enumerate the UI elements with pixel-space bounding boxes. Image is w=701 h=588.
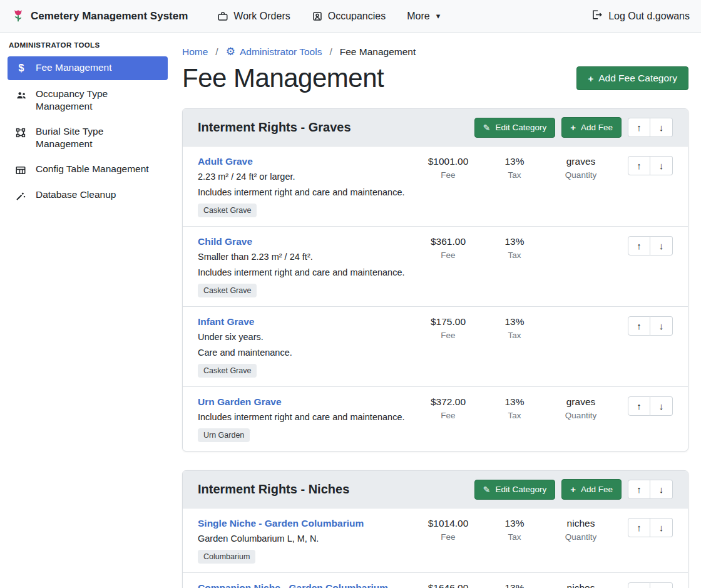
work-orders-icon bbox=[217, 11, 228, 22]
fee-amount: $1646.00 bbox=[415, 582, 481, 588]
table-icon bbox=[15, 163, 28, 176]
fee-amount-cell: $1646.00 Fee bbox=[415, 582, 481, 588]
fee-name-link[interactable]: Urn Garden Grave bbox=[198, 396, 282, 408]
fee-tax-label: Tax bbox=[481, 170, 548, 180]
fee-tax-cell: 13% Tax bbox=[481, 518, 548, 542]
sidebar-item-occupancy-type-management[interactable]: Occupancy Type Management bbox=[8, 83, 168, 118]
fee-quantity-label: Quantity bbox=[548, 170, 614, 180]
nav-occupancies[interactable]: Occupancies bbox=[312, 11, 386, 22]
fee-name-link[interactable]: Child Grave bbox=[198, 236, 252, 247]
category-move-up-button[interactable]: ↑ bbox=[628, 480, 650, 499]
fee-move-down-button[interactable]: ↓ bbox=[650, 156, 673, 175]
fee-move-down-button[interactable]: ↓ bbox=[650, 518, 673, 537]
fee-move-up-button[interactable]: ↑ bbox=[628, 156, 650, 175]
fee-quantity-label: Quantity bbox=[548, 532, 614, 542]
sidebar-item-database-cleanup[interactable]: Database Cleanup bbox=[8, 183, 168, 207]
arrow-down-icon: ↓ bbox=[659, 160, 664, 171]
pencil-icon: ✎ bbox=[483, 123, 491, 133]
sidebar-item-label: Occupancy Type Management bbox=[36, 88, 160, 113]
fee-tax-label: Tax bbox=[481, 532, 548, 542]
fee-tax-label: Tax bbox=[481, 331, 548, 340]
edit-category-button[interactable]: ✎ Edit Category bbox=[474, 480, 556, 500]
fee-quantity-unit: graves bbox=[548, 396, 614, 408]
chevron-down-icon: ▾ bbox=[436, 11, 441, 21]
fee-description: Includes interment right and care and ma… bbox=[198, 267, 410, 277]
breadcrumb-home-link[interactable]: Home bbox=[182, 46, 208, 58]
fee-tag: Casket Grave bbox=[198, 364, 257, 378]
sidebar-item-label: Config Table Management bbox=[36, 163, 149, 175]
breadcrumb-separator: / bbox=[329, 46, 332, 58]
add-fee-button[interactable]: + Add Fee bbox=[561, 117, 622, 138]
edit-category-label: Edit Category bbox=[495, 485, 546, 494]
arrow-up-icon: ↑ bbox=[637, 240, 642, 251]
tulip-logo-icon bbox=[11, 9, 25, 24]
arrow-down-icon: ↓ bbox=[659, 522, 664, 533]
category-card-graves: Interment Rights - Graves ✎ Edit Categor… bbox=[182, 108, 688, 451]
fee-move-up-button[interactable]: ↑ bbox=[628, 582, 650, 588]
add-fee-category-button[interactable]: + Add Fee Category bbox=[576, 66, 688, 90]
category-move-down-button[interactable]: ↓ bbox=[650, 118, 673, 137]
fee-quantity-unit: niches bbox=[548, 582, 614, 588]
breadcrumb-admin-tools-link[interactable]: ⚙ Administrator Tools bbox=[226, 45, 322, 58]
sidebar-item-fee-management[interactable]: $ Fee Management bbox=[8, 56, 168, 80]
fee-row: Infant Grave Under six years. Care and m… bbox=[183, 306, 688, 386]
fee-name-link[interactable]: Single Niche - Garden Columbarium bbox=[198, 518, 364, 529]
logout-button[interactable]: Log Out d.gowans bbox=[591, 9, 690, 23]
add-fee-button[interactable]: + Add Fee bbox=[561, 479, 622, 500]
fee-move-down-button[interactable]: ↓ bbox=[650, 396, 673, 416]
arrow-down-icon: ↓ bbox=[659, 240, 664, 251]
fee-tag: Casket Grave bbox=[198, 284, 257, 297]
fee-move-down-button[interactable]: ↓ bbox=[650, 582, 673, 588]
nav-more-dropdown[interactable]: More ▾ bbox=[407, 11, 440, 22]
sidebar-item-burial-site-type-management[interactable]: Burial Site Type Management bbox=[8, 120, 168, 155]
fee-tax-label: Tax bbox=[481, 411, 548, 420]
logout-icon bbox=[591, 9, 603, 23]
category-header: Interment Rights - Graves ✎ Edit Categor… bbox=[183, 109, 688, 146]
fee-name-link[interactable]: Adult Grave bbox=[198, 156, 253, 167]
fee-move-up-button[interactable]: ↑ bbox=[628, 316, 650, 336]
fee-amount-label: Fee bbox=[415, 250, 481, 260]
fee-move-down-button[interactable]: ↓ bbox=[650, 316, 673, 336]
fee-tax-cell: 13% Tax bbox=[481, 316, 548, 340]
fee-move-down-button[interactable]: ↓ bbox=[650, 236, 673, 255]
fee-tax: 13% bbox=[481, 156, 548, 167]
nav-work-orders[interactable]: Work Orders bbox=[217, 11, 290, 22]
sidebar-header: ADMINISTRATOR TOOLS bbox=[8, 40, 168, 56]
arrow-up-icon: ↑ bbox=[637, 321, 642, 331]
fee-description: Garden Columbarium L, M, N. bbox=[198, 534, 410, 544]
sidebar-item-config-table-management[interactable]: Config Table Management bbox=[8, 158, 168, 181]
category-move-up-button[interactable]: ↑ bbox=[628, 118, 650, 137]
nav-occupancies-label: Occupancies bbox=[328, 11, 386, 22]
occupancies-icon bbox=[312, 11, 323, 22]
nav-work-orders-label: Work Orders bbox=[233, 11, 290, 22]
category-move-down-button[interactable]: ↓ bbox=[650, 480, 673, 499]
plus-icon: + bbox=[588, 73, 593, 84]
fee-tax: 13% bbox=[481, 236, 548, 247]
fee-amount-cell: $175.00 Fee bbox=[415, 316, 481, 340]
breadcrumb-separator: / bbox=[215, 46, 218, 58]
fee-amount-label: Fee bbox=[415, 170, 481, 180]
fee-tag: Urn Garden bbox=[198, 428, 250, 442]
fee-tax-cell: 13% Tax bbox=[481, 396, 548, 420]
fee-tax: 13% bbox=[481, 582, 548, 588]
top-navbar: Cemetery Management System Work Orders O… bbox=[0, 0, 701, 33]
fee-description: Includes interment right and care and ma… bbox=[198, 187, 410, 197]
fee-quantity-cell: graves Quantity bbox=[548, 396, 614, 420]
edit-category-button[interactable]: ✎ Edit Category bbox=[474, 118, 556, 138]
category-title: Interment Rights - Graves bbox=[198, 120, 351, 135]
fee-amount-cell: $1014.00 Fee bbox=[415, 518, 481, 542]
breadcrumb-current: Fee Management bbox=[340, 46, 416, 58]
fee-move-up-button[interactable]: ↑ bbox=[628, 236, 650, 255]
fee-description: Under six years. bbox=[198, 332, 410, 342]
fee-amount-cell: $372.00 Fee bbox=[415, 396, 481, 420]
fee-amount: $1001.00 bbox=[415, 156, 481, 167]
fee-move-up-button[interactable]: ↑ bbox=[628, 396, 650, 416]
fee-move-up-button[interactable]: ↑ bbox=[628, 518, 650, 537]
arrow-down-icon: ↓ bbox=[659, 122, 664, 133]
breadcrumb: Home / ⚙ Administrator Tools / Fee Manag… bbox=[182, 45, 688, 58]
fee-name-link[interactable]: Infant Grave bbox=[198, 316, 254, 328]
fee-amount: $1014.00 bbox=[415, 518, 481, 529]
app-brand[interactable]: Cemetery Management System bbox=[11, 9, 188, 24]
add-fee-label: Add Fee bbox=[581, 485, 613, 494]
fee-name-link[interactable]: Companion Niche - Garden Columbarium bbox=[198, 582, 388, 588]
